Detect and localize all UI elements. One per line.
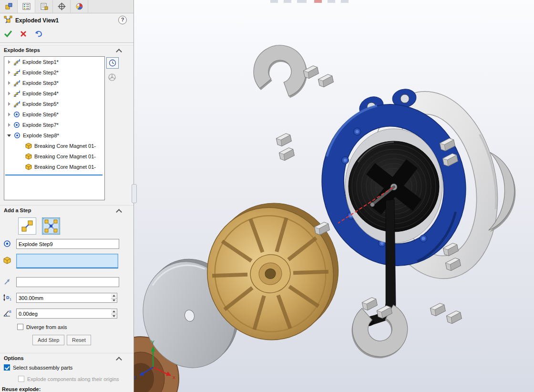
svg-text:D: D [6, 295, 10, 300]
rotation-angle-input[interactable] [16, 309, 112, 319]
spin-down-icon[interactable] [111, 314, 117, 319]
insertion-indicator [5, 175, 103, 175]
divider [0, 42, 134, 44]
add-a-step-title: Add a Step [4, 207, 31, 213]
tree-item-step4[interactable]: Explode Step4* [4, 88, 104, 99]
cancel-button[interactable] [18, 29, 29, 39]
regular-step-button[interactable] [18, 217, 36, 235]
triangle-right-icon[interactable] [8, 81, 10, 85]
radial-step-button[interactable] [42, 217, 60, 235]
chevron-up-icon [116, 357, 122, 363]
clock-icon [109, 59, 116, 67]
part-icon [25, 164, 32, 170]
triangle-right-icon[interactable] [8, 102, 10, 106]
tab-feature-manager[interactable] [18, 0, 35, 13]
tab-configurations[interactable] [53, 0, 71, 13]
tree-item-label: Explode Step3* [22, 80, 59, 86]
solidworks-window: Exploded View1 ? [0, 0, 534, 392]
spin-down-icon[interactable] [111, 299, 117, 303]
reuse-explode-label: Reuse explode: [2, 386, 41, 392]
help-icon[interactable]: ? [118, 16, 127, 24]
add-step-button[interactable]: Add Step [32, 335, 64, 345]
svg-text:1: 1 [10, 298, 11, 301]
explode-origins-checkbox[interactable] [18, 376, 24, 382]
ok-button[interactable] [3, 29, 13, 39]
triangle-down-icon[interactable] [7, 134, 11, 137]
explode-steps-header[interactable]: Explode Steps [0, 45, 134, 55]
exploded-assembly-scene[interactable]: Y X Z [134, 0, 534, 392]
tree-item-label: Explode Step1* [22, 59, 59, 65]
tree-item-magnet-2[interactable]: Breaking Core Magnet 01- [4, 151, 104, 162]
tree-item-step1[interactable]: Explode Step1* [4, 57, 104, 67]
tab-display-manager[interactable] [71, 0, 88, 13]
tree-item-step8[interactable]: Explode Step8* [4, 130, 104, 141]
diverge-from-axis-label: Diverge from axis [26, 324, 67, 330]
tree-item-label: Breaking Core Magnet 01- [34, 154, 96, 159]
linear-step-icon [13, 59, 20, 65]
add-a-step-header[interactable]: Add a Step [0, 205, 134, 215]
triad-y-label: Y [151, 340, 154, 345]
spin-up-icon[interactable] [111, 293, 117, 299]
linear-step-icon [13, 80, 20, 86]
tree-item-step2[interactable]: Explode Step2* [4, 67, 104, 78]
regular-step-icon [21, 220, 33, 232]
explode-distance-input[interactable] [16, 293, 112, 303]
command-title-row: Exploded View1 ? [0, 16, 134, 26]
diverge-from-axis-checkbox[interactable] [17, 324, 23, 330]
tree-item-label: Breaking Core Magnet 01- [34, 143, 96, 149]
linear-step-icon [13, 90, 20, 97]
cropped-toolbar-fragment [270, 0, 349, 3]
panel-splitter-handle[interactable] [132, 184, 137, 203]
page-title: Exploded View1 [15, 17, 59, 24]
spin-up-icon[interactable] [111, 309, 117, 314]
tree-item-step6[interactable]: Explode Step6* [4, 109, 104, 120]
property-manager-panel: Exploded View1 ? [0, 0, 134, 392]
exploded-view-icon [4, 16, 12, 25]
undo-button[interactable] [33, 29, 44, 39]
distance-spinner[interactable] [111, 293, 117, 303]
options-title: Options [4, 355, 24, 361]
animation-button[interactable] [107, 72, 117, 82]
tree-item-label: Explode Step7* [22, 122, 59, 128]
tree-item-step5[interactable]: Explode Step5* [4, 99, 104, 109]
tree-item-magnet-1[interactable]: Breaking Core Magnet 01- [4, 141, 104, 151]
direction-input[interactable] [16, 277, 119, 287]
graphics-viewport[interactable]: Y X Z [134, 0, 534, 392]
chevron-up-icon [116, 49, 122, 55]
radial-step-icon [44, 219, 58, 233]
configurations-tab-icon [58, 2, 66, 10]
part-icon [25, 143, 32, 149]
display-manager-tab-icon [75, 2, 83, 10]
select-subassembly-row: Select subassembly parts [4, 364, 72, 371]
tab-assembly[interactable] [0, 0, 18, 13]
rotate-parts-icon [108, 73, 116, 82]
history-button[interactable] [106, 57, 119, 69]
triangle-right-icon[interactable] [8, 123, 10, 127]
select-subassembly-checkbox[interactable] [4, 364, 10, 371]
triangle-right-icon[interactable] [8, 92, 10, 95]
rotation-angle-icon: B [2, 309, 12, 318]
diverge-from-axis-row: Diverge from axis [17, 324, 67, 330]
command-actions [3, 29, 44, 39]
explode-origins-label: Explode components along their origins [27, 376, 119, 382]
chevron-up-icon [116, 209, 122, 215]
tree-item-step7[interactable]: Explode Step7* [4, 120, 104, 130]
triangle-right-icon[interactable] [8, 60, 10, 64]
direction-icon [2, 277, 12, 287]
reset-button[interactable]: Reset [67, 335, 91, 345]
explode-steps-title: Explode Steps [4, 47, 40, 53]
close-icon [20, 31, 27, 37]
tab-property-manager[interactable] [35, 0, 53, 13]
radial-step-icon [13, 111, 20, 118]
svg-text:B: B [9, 310, 11, 313]
triangle-right-icon[interactable] [8, 71, 10, 74]
triangle-right-icon[interactable] [8, 113, 10, 116]
part-spring-plate-top[interactable] [248, 40, 313, 101]
angle-spinner[interactable] [111, 309, 117, 319]
tree-item-step3[interactable]: Explode Step3* [4, 78, 104, 88]
explode-steps-tree[interactable]: Explode Step1* Explode Step2* Explode St… [4, 56, 105, 200]
components-selection-box[interactable] [16, 254, 118, 268]
tree-item-magnet-3[interactable]: Breaking Core Magnet 01- [4, 162, 104, 172]
options-header[interactable]: Options [0, 353, 134, 363]
step-name-input[interactable] [16, 239, 119, 249]
